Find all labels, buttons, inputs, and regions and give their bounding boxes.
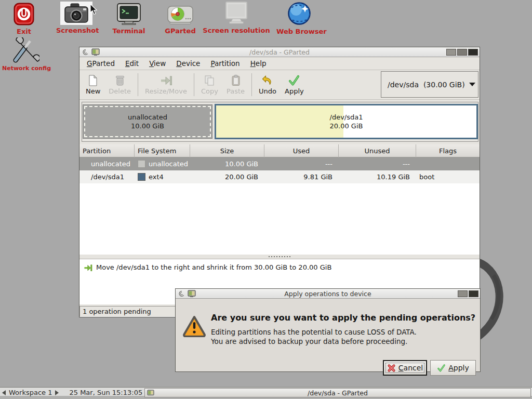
operation-move-icon [84,263,92,272]
desktop-icon-web-browser[interactable]: Web Browser [276,1,322,35]
camera-icon [63,3,89,24]
desktop-icon-screen-resolution[interactable]: Screen resolution [203,1,270,34]
column-header-filesystem[interactable]: File System [135,144,190,157]
column-header-used[interactable]: Used [264,144,339,157]
partition-size: 10.00 GiB [131,122,164,130]
workspace-label[interactable]: Workspace 1 [9,389,52,396]
copy-button[interactable]: Copy [197,71,222,98]
desktop-icon-label: Terminal [109,27,149,35]
apply-check-icon [287,74,301,87]
paste-icon [229,74,243,87]
copy-icon [203,74,216,87]
toolbar-separator [138,73,138,96]
table-row-unallocated[interactable]: unallocated unallocated 10.00 GiB --- --… [79,157,480,170]
resize-move-button[interactable]: Resize/Move [141,71,191,98]
window-title: /dev/sda - GParted [79,48,480,56]
taskbar-task-gparted[interactable]: /dev/sda - GParted [144,388,531,397]
workspace-prev-icon[interactable] [2,390,6,395]
dialog-body-line1: Editing partitions has the potential to … [211,328,417,336]
undo-button[interactable]: Undo [255,71,281,98]
desktop-icon-gparted[interactable]: GParted [161,5,200,35]
delete-button[interactable]: Delete [104,71,135,98]
menu-view[interactable]: View [144,58,171,69]
desktop-icon-terminal[interactable]: Terminal [109,3,149,35]
cell-unused: 10.19 GiB [339,173,416,181]
window-menu-swirl-icon[interactable] [177,290,185,298]
menu-help[interactable]: Help [245,58,272,69]
filesystem-color-swatch [138,173,145,181]
toolbar: New Delete Resize/Move Copy [79,70,480,100]
menu-gparted[interactable]: GParted [82,58,120,69]
desktop-icon-label: Web Browser [276,28,322,35]
maximize-button[interactable] [457,49,467,56]
column-header-unused[interactable]: Unused [339,144,416,157]
terminal-icon [116,3,142,25]
task-title: /dev/sda - GParted [145,389,530,397]
warning-icon [182,315,206,337]
new-button[interactable]: New [82,71,104,98]
device-selector[interactable]: /dev/sda (30.00 GiB) [381,71,478,98]
close-button[interactable] [468,49,478,56]
dialog-body: Are you sure you want to apply the pendi… [176,299,480,372]
cell-filesystem: unallocated [135,160,190,168]
cancel-x-icon [387,364,396,373]
toolbar-separator [251,73,252,96]
partition-visual-unallocated[interactable]: unallocated 10.00 GiB [83,104,212,139]
apply-dialog-button[interactable]: Apply [430,360,476,376]
status-text: 1 operation pending [83,308,151,315]
desktop-icon-label: Exit [8,28,39,35]
cell-size: 10.00 GiB [190,160,264,168]
gparted-window: /dev/sda - GParted GParted Edit View Dev… [79,47,480,317]
taskbar: Workspace 1 25 Mar, Sun 15:13:05 /dev/sd… [0,387,532,399]
desktop-icon-network-config[interactable]: Network config [2,37,47,72]
dialog-heading: Are you sure you want to apply the pendi… [211,313,476,323]
partition-label: /dev/sda1 [330,113,363,122]
tools-icon [9,37,39,63]
exit-icon [14,3,34,25]
partition-label: unallocated [128,113,167,122]
window-menu-swirl-icon[interactable] [81,48,89,56]
menu-device[interactable]: Device [171,58,205,69]
minimize-button[interactable] [446,49,456,56]
column-header-flags[interactable]: Flags [416,144,480,157]
cell-unused: --- [339,160,416,168]
cancel-button[interactable]: Cancel [383,360,427,376]
table-header-row: Partition File System Size Used Unused F… [79,144,480,157]
globe-icon [286,1,313,26]
paste-button[interactable]: Paste [222,71,249,98]
menubar: GParted Edit View Device Partition Help [79,57,480,70]
gparted-disk-icon [167,5,194,25]
screen-resolution-icon [223,1,249,25]
apply-check-icon [437,364,446,373]
pane-splitter[interactable] [79,255,480,259]
partition-visual-sda1[interactable]: /dev/sda1 20.00 GiB [215,104,478,139]
gparted-app-icon [91,48,100,56]
clock: 25 Mar, Sun 15:13:05 [69,389,142,396]
desktop-icon-label: Network config [2,65,47,72]
delete-icon [113,74,127,87]
pending-operation-text: Move /dev/sda1 to the right and shrink i… [96,263,331,271]
maximize-button[interactable] [458,290,468,297]
dialog-titlebar[interactable]: Apply operations to device [176,289,480,299]
desktop-icon-exit[interactable]: Exit [8,2,39,35]
dialog-body-line2: You are advised to backup your data befo… [211,337,407,345]
column-header-size[interactable]: Size [190,144,264,157]
menu-partition[interactable]: Partition [205,58,245,69]
gparted-titlebar[interactable]: /dev/sda - GParted [79,47,480,57]
table-row-sda1[interactable]: /dev/sda1 ext4 20.00 GiB 9.81 GiB 10.19 … [79,170,480,183]
toolbar-separator [194,73,194,96]
workspace-next-icon[interactable] [55,390,59,395]
apply-button[interactable]: Apply [281,71,308,98]
close-button[interactable] [469,290,478,297]
undo-icon [261,74,274,87]
partition-table: Partition File System Size Used Unused F… [79,144,480,183]
column-header-partition[interactable]: Partition [79,144,135,157]
desktop-icon-label: Screenshot [56,26,97,34]
cell-used: --- [264,160,339,168]
cell-size: 20.00 GiB [190,173,264,181]
cell-partition: /dev/sda1 [79,173,135,181]
cell-flags: boot [416,173,480,181]
menu-edit[interactable]: Edit [120,58,144,69]
cell-filesystem: ext4 [135,173,190,181]
new-partition-icon [86,74,100,87]
